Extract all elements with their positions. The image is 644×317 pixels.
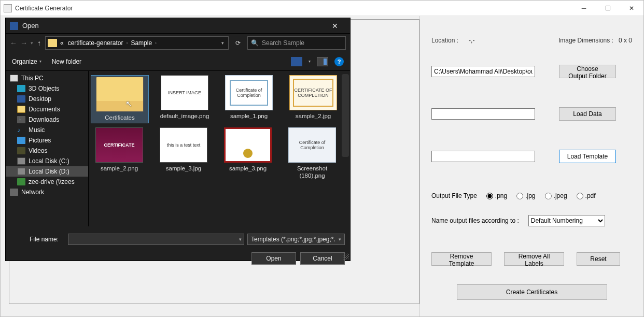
resize-grip-icon[interactable]	[343, 253, 349, 260]
open-dialog-titlebar[interactable]: Open ✕	[6, 18, 350, 34]
app-title: Certificate Generator	[15, 5, 73, 12]
file-name-label: File name:	[17, 236, 63, 243]
file-item[interactable]: Certificate of CompletionScreenshot (180…	[284, 127, 341, 180]
format-jpeg[interactable]: .jpeg	[545, 192, 567, 199]
open-dialog-close-button[interactable]: ✕	[324, 18, 346, 34]
app-titlebar: Certificate Generator ─ ☐ ✕	[1, 1, 643, 16]
chevron-down-icon[interactable]: ▾	[239, 237, 242, 242]
load-data-button[interactable]: Load Data	[559, 107, 616, 121]
choose-output-folder-button[interactable]: Choose Output Folder	[559, 65, 616, 78]
refresh-icon[interactable]: ⟳	[233, 39, 243, 47]
docs-icon	[17, 106, 25, 113]
thumbnail: this is a test text	[160, 127, 207, 163]
nav-forward-icon: →	[20, 39, 27, 47]
file-item[interactable]: INSERT IMAGEdefault_image.png	[156, 75, 213, 123]
pics-icon	[17, 137, 25, 144]
tree-item-network[interactable]: Network	[6, 187, 88, 197]
tree-item-documents[interactable]: Documents	[6, 104, 88, 114]
app-close-button[interactable]: ✕	[620, 1, 643, 16]
thumbnail: CERTIFICATE	[95, 127, 143, 163]
maximize-button[interactable]: ☐	[596, 1, 620, 16]
file-item[interactable]: this is a test textsample_3.jpg	[155, 127, 212, 180]
chevron-right-icon: ›	[126, 40, 128, 46]
breadcrumb-dropdown-icon[interactable]: ▾	[219, 40, 226, 46]
thumbnail: Certificate of Completion	[225, 75, 273, 110]
disk-icon	[17, 157, 25, 165]
net-icon	[17, 178, 25, 185]
tree-item-videos[interactable]: Videos	[6, 146, 88, 156]
folder-icon: ↖	[96, 77, 144, 112]
tree-item-local-disk-d-[interactable]: Local Disk (D:)	[6, 166, 88, 177]
file-item[interactable]: CERTIFICATEsample_2.png	[91, 127, 148, 180]
file-type-filter[interactable]: Templates (*.png;*.jpg;*.jpeg;*.▾	[247, 234, 345, 245]
output-type-label: Output File Type	[431, 192, 477, 199]
cursor-icon: ↖	[125, 99, 132, 109]
data-file-input[interactable]	[431, 108, 535, 120]
scrollbar[interactable]	[342, 74, 349, 157]
nav-tree[interactable]: This PC3D ObjectsDesktopDocumentsDownloa…	[6, 71, 89, 226]
disk-icon	[17, 168, 25, 175]
controls-panel: Location : -,- Image Dimensions : 0 x 0 …	[419, 16, 643, 316]
nav-back-icon[interactable]: ←	[10, 39, 17, 47]
tree-item-desktop[interactable]: Desktop	[6, 94, 88, 104]
3d-icon	[17, 85, 25, 92]
open-dialog: Open ✕ ← → ▾ ↑ « certificate-generator ›…	[5, 18, 351, 261]
app-icon	[4, 4, 12, 12]
preview-pane-icon[interactable]	[317, 57, 328, 66]
output-folder-input[interactable]	[431, 66, 535, 77]
file-item[interactable]: ↖Certificates	[91, 75, 149, 123]
format-pdf[interactable]: .pdf	[577, 192, 596, 199]
format-png[interactable]: .png	[486, 192, 507, 199]
chevron-right-icon: ›	[155, 40, 157, 46]
file-name-input[interactable]: ▾	[68, 234, 244, 245]
remove-all-labels-button[interactable]: Remove All Labels	[504, 252, 564, 266]
file-item[interactable]: Certificate of Completionsample_1.png	[220, 75, 277, 123]
help-icon[interactable]: ?	[334, 57, 344, 66]
organize-menu[interactable]: Organize▾	[12, 58, 41, 65]
reset-button[interactable]: Reset	[577, 252, 620, 266]
thumbnail	[224, 127, 272, 163]
thumbnail: Certificate of Completion	[288, 127, 336, 163]
load-template-button[interactable]: Load Template	[559, 150, 616, 163]
minimize-button[interactable]: ─	[572, 1, 596, 16]
cancel-button[interactable]: Cancel	[300, 252, 345, 265]
folder-icon	[48, 39, 57, 47]
file-item[interactable]: sample_3.png	[219, 127, 276, 180]
nav-history-icon[interactable]: ▾	[31, 40, 33, 46]
down-icon	[17, 116, 25, 123]
search-input[interactable]: 🔍 Search Sample	[247, 36, 346, 50]
open-dialog-icon	[10, 22, 18, 30]
thumbnail: INSERT IMAGE	[161, 75, 208, 110]
view-mode-dropdown-icon[interactable]: ▾	[309, 59, 311, 64]
naming-select[interactable]: Default Numbering	[528, 215, 605, 226]
location-value: -,-	[469, 37, 474, 44]
tree-item-zee-drive-zees[interactable]: zee-drive (\\zees	[6, 177, 88, 187]
tree-item-3d-objects[interactable]: 3D Objects	[6, 83, 88, 94]
new-folder-button[interactable]: New folder	[52, 58, 81, 65]
tree-item-local-disk-c-[interactable]: Local Disk (C:)	[6, 156, 88, 166]
tree-item-pictures[interactable]: Pictures	[6, 135, 88, 146]
remove-template-button[interactable]: Remove Template	[431, 252, 492, 266]
create-certificates-button[interactable]: Create Certificates	[457, 284, 607, 300]
file-item[interactable]: CERTIFICATE OF COMPLETIONsample_2.jpg	[285, 75, 342, 123]
pc-icon	[10, 75, 18, 82]
format-jpg[interactable]: .jpg	[516, 192, 535, 199]
breadcrumb[interactable]: « certificate-generator › Sample › ▾	[45, 36, 229, 50]
network-icon	[10, 189, 18, 196]
music-icon: ♪	[17, 126, 25, 134]
naming-label: Name output files according to :	[431, 217, 519, 224]
nav-up-icon[interactable]: ↑	[37, 39, 41, 47]
dimensions-label: Image Dimensions :	[558, 37, 613, 44]
tree-item-downloads[interactable]: Downloads	[6, 114, 88, 125]
open-dialog-title: Open	[22, 22, 39, 30]
dimensions-value: 0 x 0	[619, 37, 632, 44]
template-file-input[interactable]	[431, 151, 535, 162]
location-label: Location :	[431, 37, 458, 44]
vids-icon	[17, 147, 25, 154]
files-area[interactable]: ↖CertificatesINSERT IMAGEdefault_image.p…	[89, 71, 350, 226]
view-mode-icon[interactable]	[291, 57, 302, 66]
open-button[interactable]: Open	[251, 252, 296, 265]
tree-item-music[interactable]: ♪Music	[6, 125, 88, 135]
tree-item-this-pc[interactable]: This PC	[6, 73, 88, 83]
desktop-icon	[17, 95, 25, 103]
